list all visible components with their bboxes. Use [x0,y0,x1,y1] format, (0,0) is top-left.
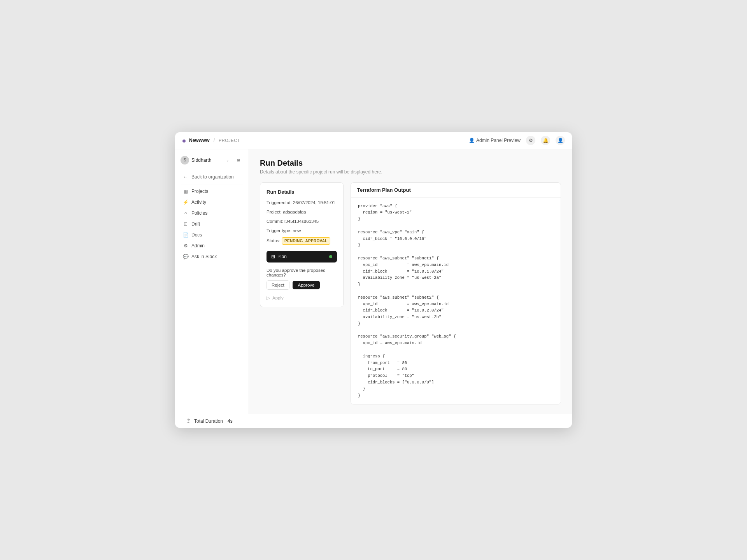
run-details-title: Run Details [267,189,337,195]
status-field: Status: PENDING_APPROVAL [267,237,337,245]
breadcrumb-separator: / [214,138,215,143]
policies-icon: ○ [183,210,188,216]
sidebar-item-label: Docs [191,232,202,238]
sidebar-item-label: Policies [191,210,207,216]
sidebar-item-label: Drift [191,221,200,227]
plan-button-row: ⊞ Plan [267,251,337,262]
duration-label: Total Duration [194,418,223,424]
user-icon-button[interactable]: 👤 [556,136,565,145]
user-menu-button[interactable]: ⌄ [223,156,232,165]
terraform-code-block: provider "aws" { region = "us-west-2" } … [351,198,561,404]
admin-icon: 👤 [469,138,475,143]
sidebar-settings-button[interactable]: ⊞ [234,156,243,165]
status-badge: PENDING_APPROVAL [282,237,330,245]
main-layout: S Siddharth ⌄ ⊞ ← Back to organization ▦… [175,149,572,414]
settings-icon-button[interactable]: ⚙ [526,136,535,145]
sidebar-item-activity[interactable]: ⚡ Activity [177,197,246,207]
project-field: Project: adsgadsfga [267,209,337,215]
reject-button[interactable]: Reject [267,280,289,290]
apply-label: Apply [272,296,284,300]
approval-buttons: Reject Approve [267,280,337,290]
activity-icon: ⚡ [183,200,188,205]
sidebar-item-label: Projects [191,189,208,194]
user-name: Siddharth [191,158,211,163]
sidebar-item-policies[interactable]: ○ Policies [177,208,246,218]
slack-icon: 💬 [183,254,188,259]
status-label: Status: [267,238,281,243]
content-area: Run Details Details about the specific p… [249,149,572,414]
sidebar-user-info: S Siddharth [181,156,211,164]
sidebar-user: S Siddharth ⌄ ⊞ [175,153,249,169]
terraform-output-title: Terraform Plan Output [351,183,561,198]
projects-icon: ▦ [183,189,188,194]
plan-icon: ⊞ [271,254,275,259]
sidebar: S Siddharth ⌄ ⊞ ← Back to organization ▦… [175,149,249,414]
sidebar-item-docs[interactable]: 📄 Docs [177,230,246,240]
run-layout: Run Details Triggered at: 26/07/2024, 19… [260,182,561,405]
run-details-panel: Run Details Triggered at: 26/07/2024, 19… [260,182,344,307]
sidebar-item-drift[interactable]: ⊡ Drift [177,219,246,229]
top-bar-right: 👤 Admin Panel Preview ⚙ 🔔 👤 [469,136,565,145]
sidebar-item-slack[interactable]: 💬 Ask in Slack [177,252,246,262]
bottom-bar: ⏱ Total Duration 4s [175,414,572,428]
approval-question: Do you approve the proposed changes? [267,268,337,277]
approve-button[interactable]: Approve [293,281,320,289]
avatar: S [181,156,189,164]
commit-field: Commit: l345f134sd61345 [267,218,337,225]
apply-icon: ▷ [267,295,270,301]
breadcrumb-project: Newwww [189,138,210,143]
duration-value: 4s [228,418,233,424]
drift-icon: ⊡ [183,221,188,227]
terraform-icon: ◆ [182,138,186,144]
sidebar-item-admin[interactable]: ⚙ Admin [177,241,246,251]
trigger-type-field: Trigger type: new [267,228,337,234]
page-title: Run Details [260,159,561,168]
notifications-icon-button[interactable]: 🔔 [541,136,550,145]
top-bar: ◆ Newwww / PROJECT 👤 Admin Panel Preview… [175,132,572,149]
sidebar-item-label: Activity [191,200,206,205]
sidebar-item-label: Ask in Slack [191,254,217,259]
terraform-output-panel: Terraform Plan Output provider "aws" { r… [351,182,561,405]
plan-button[interactable]: ⊞ Plan [267,251,337,262]
triggered-at-field: Triggered at: 26/07/2024, 19:51:01 [267,200,337,206]
docs-icon: 📄 [183,232,188,238]
approval-section: Do you approve the proposed changes? Rej… [267,268,337,290]
app-window: ◆ Newwww / PROJECT 👤 Admin Panel Preview… [175,132,572,428]
breadcrumb: ◆ Newwww / PROJECT [182,138,240,144]
sidebar-item-label: Back to organization [191,174,234,180]
sidebar-item-label: Admin [191,243,205,248]
back-icon: ← [183,174,188,180]
breadcrumb-label: PROJECT [219,138,240,143]
admin-nav-icon: ⚙ [183,243,188,248]
apply-row: ▷ Apply [267,295,337,301]
clock-icon: ⏱ [186,418,191,424]
sidebar-item-projects[interactable]: ▦ Projects [177,186,246,196]
sidebar-user-actions: ⌄ ⊞ [223,156,243,165]
sidebar-divider [181,184,243,184]
sidebar-item-back[interactable]: ← Back to organization [177,172,246,182]
plan-status-dot [329,255,332,258]
page-subtitle: Details about the specific project run w… [260,169,561,175]
admin-panel-label: 👤 Admin Panel Preview [469,138,521,143]
